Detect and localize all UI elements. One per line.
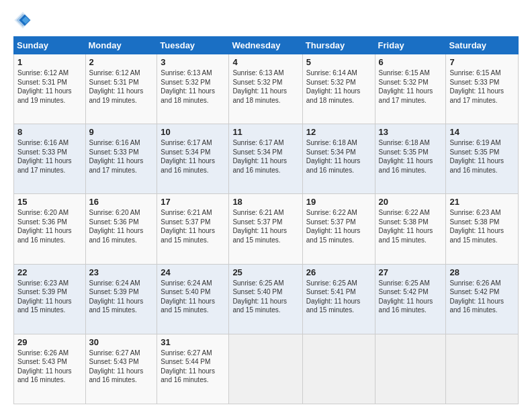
day-cell: 22Sunrise: 6:23 AM Sunset: 5:39 PM Dayli… <box>14 264 86 334</box>
day-info: Sunrise: 6:15 AM Sunset: 5:32 PM Dayligh… <box>379 68 443 105</box>
day-cell <box>446 334 519 404</box>
weekday-header-thursday: Thursday <box>302 37 375 54</box>
day-number: 1 <box>17 57 82 67</box>
day-cell: 31Sunrise: 6:27 AM Sunset: 5:44 PM Dayli… <box>157 334 229 404</box>
day-info: Sunrise: 6:25 AM Sunset: 5:42 PM Dayligh… <box>379 279 443 315</box>
week-row-1: 1Sunrise: 6:12 AM Sunset: 5:31 PM Daylig… <box>14 54 519 124</box>
logo-icon <box>13 11 32 30</box>
day-number: 7 <box>449 57 515 67</box>
day-number: 5 <box>306 57 371 67</box>
day-info: Sunrise: 6:22 AM Sunset: 5:38 PM Dayligh… <box>379 208 443 244</box>
day-cell: 29Sunrise: 6:26 AM Sunset: 5:43 PM Dayli… <box>14 334 86 404</box>
day-info: Sunrise: 6:26 AM Sunset: 5:43 PM Dayligh… <box>17 349 82 385</box>
day-number: 13 <box>379 127 443 137</box>
day-cell: 27Sunrise: 6:25 AM Sunset: 5:42 PM Dayli… <box>375 264 446 334</box>
day-cell: 12Sunrise: 6:18 AM Sunset: 5:34 PM Dayli… <box>302 124 375 194</box>
day-number: 18 <box>232 197 298 207</box>
day-number: 9 <box>89 127 154 137</box>
day-number: 29 <box>17 337 82 347</box>
day-info: Sunrise: 6:21 AM Sunset: 5:37 PM Dayligh… <box>232 208 298 244</box>
day-cell: 10Sunrise: 6:17 AM Sunset: 5:34 PM Dayli… <box>157 124 229 194</box>
week-row-2: 8Sunrise: 6:16 AM Sunset: 5:33 PM Daylig… <box>14 124 519 194</box>
weekday-header-wednesday: Wednesday <box>229 37 302 54</box>
day-cell: 24Sunrise: 6:24 AM Sunset: 5:40 PM Dayli… <box>157 264 229 334</box>
day-info: Sunrise: 6:24 AM Sunset: 5:40 PM Dayligh… <box>161 279 225 315</box>
day-info: Sunrise: 6:17 AM Sunset: 5:34 PM Dayligh… <box>232 138 298 175</box>
day-number: 16 <box>89 197 154 207</box>
day-number: 2 <box>89 57 154 67</box>
day-cell: 19Sunrise: 6:22 AM Sunset: 5:37 PM Dayli… <box>302 194 375 264</box>
day-info: Sunrise: 6:23 AM Sunset: 5:39 PM Dayligh… <box>17 279 82 315</box>
day-info: Sunrise: 6:22 AM Sunset: 5:37 PM Dayligh… <box>306 208 371 244</box>
day-number: 10 <box>161 127 225 137</box>
page: SundayMondayTuesdayWednesdayThursdayFrid… <box>0 0 532 411</box>
day-info: Sunrise: 6:18 AM Sunset: 5:35 PM Dayligh… <box>379 138 443 175</box>
day-cell: 2Sunrise: 6:12 AM Sunset: 5:31 PM Daylig… <box>85 54 157 124</box>
day-cell: 17Sunrise: 6:21 AM Sunset: 5:37 PM Dayli… <box>157 194 229 264</box>
week-row-4: 22Sunrise: 6:23 AM Sunset: 5:39 PM Dayli… <box>14 264 519 334</box>
day-number: 8 <box>17 127 82 137</box>
day-number: 21 <box>449 197 515 207</box>
day-info: Sunrise: 6:15 AM Sunset: 5:33 PM Dayligh… <box>449 68 515 105</box>
day-number: 25 <box>232 267 298 277</box>
day-number: 3 <box>161 57 225 67</box>
day-number: 17 <box>161 197 225 207</box>
day-number: 15 <box>17 197 82 207</box>
day-cell: 23Sunrise: 6:24 AM Sunset: 5:39 PM Dayli… <box>85 264 157 334</box>
day-info: Sunrise: 6:12 AM Sunset: 5:31 PM Dayligh… <box>17 68 82 105</box>
day-info: Sunrise: 6:16 AM Sunset: 5:33 PM Dayligh… <box>89 138 154 175</box>
day-number: 12 <box>306 127 371 137</box>
day-info: Sunrise: 6:25 AM Sunset: 5:41 PM Dayligh… <box>306 279 371 315</box>
day-info: Sunrise: 6:27 AM Sunset: 5:43 PM Dayligh… <box>89 349 154 385</box>
day-number: 22 <box>17 267 82 277</box>
day-info: Sunrise: 6:20 AM Sunset: 5:36 PM Dayligh… <box>17 208 82 244</box>
day-number: 26 <box>306 267 371 277</box>
weekday-header-row: SundayMondayTuesdayWednesdayThursdayFrid… <box>14 37 519 54</box>
day-number: 27 <box>379 267 443 277</box>
weekday-header-friday: Friday <box>375 37 446 54</box>
day-cell: 30Sunrise: 6:27 AM Sunset: 5:43 PM Dayli… <box>85 334 157 404</box>
day-number: 31 <box>161 337 225 347</box>
day-info: Sunrise: 6:16 AM Sunset: 5:33 PM Dayligh… <box>17 138 82 175</box>
day-info: Sunrise: 6:27 AM Sunset: 5:44 PM Dayligh… <box>161 349 225 385</box>
day-info: Sunrise: 6:13 AM Sunset: 5:32 PM Dayligh… <box>232 68 298 105</box>
day-cell: 14Sunrise: 6:19 AM Sunset: 5:35 PM Dayli… <box>446 124 519 194</box>
day-cell: 28Sunrise: 6:26 AM Sunset: 5:42 PM Dayli… <box>446 264 519 334</box>
day-cell: 15Sunrise: 6:20 AM Sunset: 5:36 PM Dayli… <box>14 194 86 264</box>
calendar-table: SundayMondayTuesdayWednesdayThursdayFrid… <box>13 36 519 404</box>
day-info: Sunrise: 6:17 AM Sunset: 5:34 PM Dayligh… <box>161 138 225 175</box>
day-cell: 4Sunrise: 6:13 AM Sunset: 5:32 PM Daylig… <box>229 54 302 124</box>
day-cell: 9Sunrise: 6:16 AM Sunset: 5:33 PM Daylig… <box>85 124 157 194</box>
day-number: 30 <box>89 337 154 347</box>
day-cell: 21Sunrise: 6:23 AM Sunset: 5:38 PM Dayli… <box>446 194 519 264</box>
day-info: Sunrise: 6:20 AM Sunset: 5:36 PM Dayligh… <box>89 208 154 244</box>
day-info: Sunrise: 6:12 AM Sunset: 5:31 PM Dayligh… <box>89 68 154 105</box>
day-info: Sunrise: 6:21 AM Sunset: 5:37 PM Dayligh… <box>161 208 225 244</box>
day-cell <box>375 334 446 404</box>
day-cell: 5Sunrise: 6:14 AM Sunset: 5:32 PM Daylig… <box>302 54 375 124</box>
day-info: Sunrise: 6:18 AM Sunset: 5:34 PM Dayligh… <box>306 138 371 175</box>
day-cell: 26Sunrise: 6:25 AM Sunset: 5:41 PM Dayli… <box>302 264 375 334</box>
day-number: 24 <box>161 267 225 277</box>
day-cell: 25Sunrise: 6:25 AM Sunset: 5:40 PM Dayli… <box>229 264 302 334</box>
day-cell: 11Sunrise: 6:17 AM Sunset: 5:34 PM Dayli… <box>229 124 302 194</box>
day-number: 14 <box>449 127 515 137</box>
day-number: 23 <box>89 267 154 277</box>
day-cell: 3Sunrise: 6:13 AM Sunset: 5:32 PM Daylig… <box>157 54 229 124</box>
day-number: 19 <box>306 197 371 207</box>
day-info: Sunrise: 6:23 AM Sunset: 5:38 PM Dayligh… <box>449 208 515 244</box>
day-number: 6 <box>379 57 443 67</box>
day-cell: 6Sunrise: 6:15 AM Sunset: 5:32 PM Daylig… <box>375 54 446 124</box>
weekday-header-saturday: Saturday <box>446 37 519 54</box>
weekday-header-monday: Monday <box>85 37 157 54</box>
day-info: Sunrise: 6:14 AM Sunset: 5:32 PM Dayligh… <box>306 68 371 105</box>
day-info: Sunrise: 6:26 AM Sunset: 5:42 PM Dayligh… <box>449 279 515 315</box>
day-number: 4 <box>232 57 298 67</box>
day-cell <box>229 334 302 404</box>
day-info: Sunrise: 6:24 AM Sunset: 5:39 PM Dayligh… <box>89 279 154 315</box>
day-cell: 20Sunrise: 6:22 AM Sunset: 5:38 PM Dayli… <box>375 194 446 264</box>
week-row-5: 29Sunrise: 6:26 AM Sunset: 5:43 PM Dayli… <box>14 334 519 404</box>
weekday-header-sunday: Sunday <box>14 37 86 54</box>
day-cell: 1Sunrise: 6:12 AM Sunset: 5:31 PM Daylig… <box>14 54 86 124</box>
day-cell: 13Sunrise: 6:18 AM Sunset: 5:35 PM Dayli… <box>375 124 446 194</box>
